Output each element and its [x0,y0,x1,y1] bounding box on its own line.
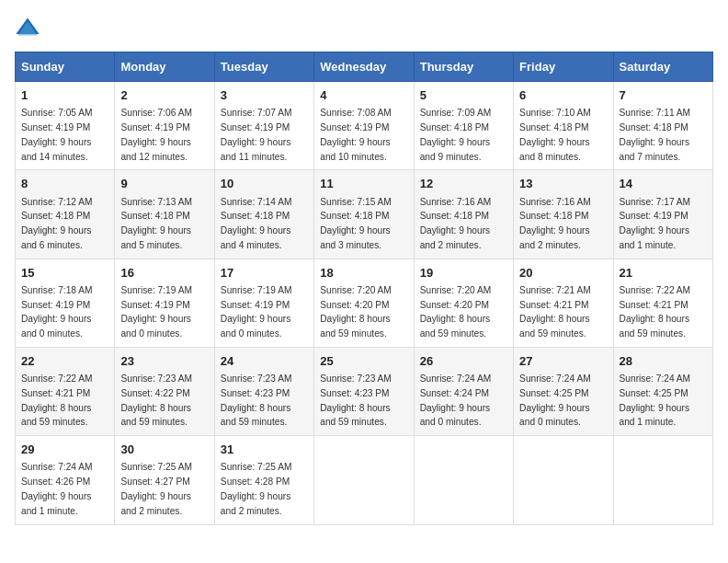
cell-info: Sunrise: 7:20 AMSunset: 4:20 PMDaylight:… [420,285,492,339]
logo-icon [15,15,40,40]
day-number: 10 [221,176,308,192]
calendar-cell: 5 Sunrise: 7:09 AMSunset: 4:18 PMDayligh… [414,82,513,170]
calendar-cell: 15 Sunrise: 7:18 AMSunset: 4:19 PMDaylig… [16,259,115,347]
day-number: 5 [420,87,507,104]
cell-info: Sunrise: 7:24 AMSunset: 4:24 PMDaylight:… [420,373,492,427]
cell-info: Sunrise: 7:24 AMSunset: 4:26 PMDaylight:… [21,462,93,515]
calendar-cell: 27 Sunrise: 7:24 AMSunset: 4:25 PMDaylig… [514,347,613,435]
calendar-cell: 25 Sunrise: 7:23 AMSunset: 4:23 PMDaylig… [314,347,414,435]
cell-info: Sunrise: 7:17 AMSunset: 4:19 PMDaylight:… [620,197,691,250]
calendar-cell: 10 Sunrise: 7:14 AMSunset: 4:18 PMDaylig… [214,170,313,259]
cell-info: Sunrise: 7:22 AMSunset: 4:21 PMDaylight:… [620,285,691,339]
calendar-table: SundayMondayTuesdayWednesdayThursdayFrid… [15,52,713,525]
day-number: 14 [620,176,707,192]
day-number: 7 [620,87,707,104]
day-number: 31 [221,442,308,458]
calendar-cell: 23 Sunrise: 7:23 AMSunset: 4:22 PMDaylig… [115,347,214,435]
cell-info: Sunrise: 7:22 AMSunset: 4:21 PMDaylight:… [21,373,93,427]
calendar-cell: 28 Sunrise: 7:24 AMSunset: 4:25 PMDaylig… [613,347,712,435]
day-number: 27 [519,353,607,370]
calendar-cell: 6 Sunrise: 7:10 AMSunset: 4:18 PMDayligh… [514,82,613,170]
weekday-header-friday: Friday [514,52,613,82]
cell-info: Sunrise: 7:25 AMSunset: 4:27 PMDaylight:… [120,462,192,515]
cell-info: Sunrise: 7:23 AMSunset: 4:23 PMDaylight:… [320,373,392,427]
cell-info: Sunrise: 7:12 AMSunset: 4:18 PMDaylight:… [21,197,93,250]
day-number: 29 [21,442,108,458]
day-number: 13 [519,176,607,192]
cell-info: Sunrise: 7:16 AMSunset: 4:18 PMDaylight:… [420,197,492,250]
weekday-header-row: SundayMondayTuesdayWednesdayThursdayFrid… [16,52,713,82]
calendar-cell: 13 Sunrise: 7:16 AMSunset: 4:18 PMDaylig… [514,170,613,259]
cell-info: Sunrise: 7:25 AMSunset: 4:28 PMDaylight:… [221,462,292,515]
calendar-cell: 19 Sunrise: 7:20 AMSunset: 4:20 PMDaylig… [414,259,513,347]
calendar-cell: 3 Sunrise: 7:07 AMSunset: 4:19 PMDayligh… [214,82,313,170]
calendar-cell: 22 Sunrise: 7:22 AMSunset: 4:21 PMDaylig… [16,347,115,435]
cell-info: Sunrise: 7:06 AMSunset: 4:19 PMDaylight:… [120,108,192,161]
day-number: 8 [21,176,108,192]
day-number: 2 [120,87,208,104]
day-number: 3 [221,87,308,104]
calendar-cell: 11 Sunrise: 7:15 AMSunset: 4:18 PMDaylig… [314,170,414,259]
weekday-header-saturday: Saturday [613,52,712,82]
cell-info: Sunrise: 7:19 AMSunset: 4:19 PMDaylight:… [221,285,292,339]
cell-info: Sunrise: 7:19 AMSunset: 4:19 PMDaylight:… [120,285,192,339]
calendar-cell: 2 Sunrise: 7:06 AMSunset: 4:19 PMDayligh… [115,82,214,170]
day-number: 18 [320,265,407,282]
day-number: 9 [120,176,208,192]
cell-info: Sunrise: 7:14 AMSunset: 4:18 PMDaylight:… [221,197,292,250]
cell-info: Sunrise: 7:20 AMSunset: 4:20 PMDaylight:… [320,285,392,339]
calendar-week-row: 22 Sunrise: 7:22 AMSunset: 4:21 PMDaylig… [16,347,713,435]
weekday-header-thursday: Thursday [414,52,513,82]
calendar-cell: 16 Sunrise: 7:19 AMSunset: 4:19 PMDaylig… [115,259,214,347]
calendar-cell: 29 Sunrise: 7:24 AMSunset: 4:26 PMDaylig… [16,436,115,524]
weekday-header-wednesday: Wednesday [314,52,414,82]
cell-info: Sunrise: 7:15 AMSunset: 4:18 PMDaylight:… [320,197,392,250]
day-number: 22 [21,353,108,370]
day-number: 19 [420,265,507,282]
logo [15,15,44,40]
cell-info: Sunrise: 7:09 AMSunset: 4:18 PMDaylight:… [420,108,492,161]
calendar-cell [314,436,414,524]
weekday-header-monday: Monday [115,52,214,82]
cell-info: Sunrise: 7:05 AMSunset: 4:19 PMDaylight:… [21,108,93,161]
calendar-cell: 26 Sunrise: 7:24 AMSunset: 4:24 PMDaylig… [414,347,513,435]
calendar-cell: 21 Sunrise: 7:22 AMSunset: 4:21 PMDaylig… [613,259,712,347]
calendar-cell: 14 Sunrise: 7:17 AMSunset: 4:19 PMDaylig… [613,170,712,259]
calendar-cell: 17 Sunrise: 7:19 AMSunset: 4:19 PMDaylig… [214,259,313,347]
calendar-week-row: 1 Sunrise: 7:05 AMSunset: 4:19 PMDayligh… [16,82,713,170]
calendar-cell: 7 Sunrise: 7:11 AMSunset: 4:18 PMDayligh… [613,82,712,170]
cell-info: Sunrise: 7:18 AMSunset: 4:19 PMDaylight:… [21,285,93,339]
calendar-cell: 8 Sunrise: 7:12 AMSunset: 4:18 PMDayligh… [16,170,115,259]
cell-info: Sunrise: 7:23 AMSunset: 4:22 PMDaylight:… [120,373,192,427]
calendar-week-row: 8 Sunrise: 7:12 AMSunset: 4:18 PMDayligh… [16,170,713,259]
cell-info: Sunrise: 7:24 AMSunset: 4:25 PMDaylight:… [519,373,591,427]
day-number: 16 [120,265,208,282]
day-number: 15 [21,265,108,282]
cell-info: Sunrise: 7:11 AMSunset: 4:18 PMDaylight:… [620,108,691,161]
cell-info: Sunrise: 7:23 AMSunset: 4:23 PMDaylight:… [221,373,292,427]
day-number: 20 [519,265,607,282]
calendar-cell: 20 Sunrise: 7:21 AMSunset: 4:21 PMDaylig… [514,259,613,347]
day-number: 6 [519,87,607,104]
calendar-cell [514,436,613,524]
page-header [15,15,713,40]
calendar-week-row: 29 Sunrise: 7:24 AMSunset: 4:26 PMDaylig… [16,436,713,524]
day-number: 1 [21,87,108,104]
day-number: 30 [120,442,208,458]
calendar-cell: 30 Sunrise: 7:25 AMSunset: 4:27 PMDaylig… [115,436,214,524]
calendar-cell: 9 Sunrise: 7:13 AMSunset: 4:18 PMDayligh… [115,170,214,259]
cell-info: Sunrise: 7:08 AMSunset: 4:19 PMDaylight:… [320,108,392,161]
day-number: 11 [320,176,407,192]
cell-info: Sunrise: 7:16 AMSunset: 4:18 PMDaylight:… [519,197,591,250]
weekday-header-tuesday: Tuesday [214,52,313,82]
calendar-cell: 1 Sunrise: 7:05 AMSunset: 4:19 PMDayligh… [16,82,115,170]
day-number: 23 [120,353,208,370]
cell-info: Sunrise: 7:07 AMSunset: 4:19 PMDaylight:… [221,108,292,161]
day-number: 26 [420,353,507,370]
calendar-cell: 4 Sunrise: 7:08 AMSunset: 4:19 PMDayligh… [314,82,414,170]
day-number: 25 [320,353,407,370]
cell-info: Sunrise: 7:10 AMSunset: 4:18 PMDaylight:… [519,108,591,161]
day-number: 24 [221,353,308,370]
day-number: 4 [320,87,407,104]
calendar-week-row: 15 Sunrise: 7:18 AMSunset: 4:19 PMDaylig… [16,259,713,347]
